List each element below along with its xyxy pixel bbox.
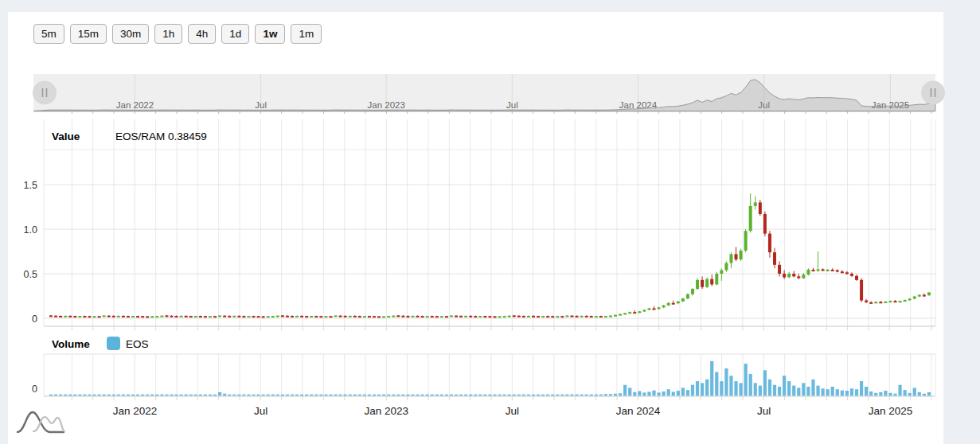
axis-label: Jul (757, 405, 771, 417)
candle-body (642, 310, 646, 311)
interval-button-4h[interactable]: 4h (188, 24, 216, 44)
candle-body (204, 316, 207, 317)
candle-body (276, 316, 279, 317)
candle-body (387, 316, 390, 317)
candle-body (576, 316, 579, 317)
candle-body (609, 316, 612, 317)
candle-body (888, 301, 892, 302)
candle-body (141, 316, 144, 317)
candle-body (585, 316, 588, 317)
volume-panel-title: Volume (52, 338, 90, 350)
candle-body (855, 276, 858, 280)
candle-body (696, 280, 699, 289)
interval-button-1h[interactable]: 1h (154, 24, 182, 44)
candle-body (681, 298, 685, 302)
candle-body (170, 316, 174, 317)
candle-body (705, 279, 709, 287)
candle-body (474, 316, 477, 317)
value-pane: 1.51.00.50 (24, 119, 935, 330)
navigator-handle-left[interactable] (33, 81, 57, 105)
interval-button-30m[interactable]: 30m (112, 24, 149, 44)
eos-legend-swatch (107, 337, 120, 350)
axis-label: 0 (32, 314, 37, 325)
candle-body (98, 316, 101, 317)
candle-body (869, 302, 873, 304)
axis-label: 0.5 (24, 269, 37, 280)
candle-body (213, 316, 217, 317)
candle-body (551, 316, 554, 317)
candle-body (638, 311, 641, 313)
candle-body (180, 316, 183, 317)
candle-body (122, 316, 125, 317)
candle-body (445, 316, 448, 317)
candle-body (836, 271, 839, 272)
candle-body (565, 315, 568, 317)
handle-circle[interactable] (33, 81, 57, 105)
candle-body (353, 316, 357, 317)
candle-body (455, 316, 458, 317)
candle-body (488, 316, 491, 317)
candle-body (787, 274, 791, 277)
candle-body (841, 271, 844, 273)
candle-body (344, 316, 347, 317)
interval-button-1m[interactable]: 1m (291, 24, 322, 44)
volume-plot-area[interactable] (44, 354, 935, 396)
interval-button-5m[interactable]: 5m (33, 24, 64, 44)
handle-circle[interactable] (921, 81, 945, 105)
candle-body (377, 316, 381, 317)
candle-body (894, 301, 897, 302)
candle-body (295, 316, 299, 317)
candle-body (314, 316, 318, 317)
candle-body (744, 231, 748, 251)
candle-body (604, 316, 607, 317)
value-plot-area[interactable] (44, 119, 935, 326)
interval-button-1w[interactable]: 1w (255, 24, 285, 44)
candle-body (262, 316, 265, 317)
candle-body (160, 316, 163, 317)
candle-body (252, 316, 256, 317)
candle-body (421, 316, 424, 317)
value-panel-title: Value (52, 130, 80, 142)
interval-button-15m[interactable]: 15m (70, 24, 107, 44)
interval-button-1d[interactable]: 1d (221, 24, 249, 44)
candle-body (88, 316, 91, 317)
candle-body (247, 316, 250, 317)
candle-body (503, 316, 506, 317)
candle-body (435, 316, 439, 317)
navigator-handle-right[interactable] (921, 81, 945, 105)
candle-body (478, 316, 482, 317)
volume-pane: 0Jan 2022JulJan 2023JulJan 2024JulJan 20… (32, 354, 935, 417)
candle-body (691, 289, 694, 294)
candle-body (416, 316, 420, 317)
candle-body (363, 316, 366, 317)
candle-body (155, 316, 158, 317)
candle-body (749, 206, 752, 231)
candle-body (647, 308, 650, 310)
candle-body (715, 274, 718, 284)
candle-body (560, 316, 564, 317)
candle-body (667, 303, 670, 306)
candle-body (686, 294, 689, 298)
candle-body (623, 314, 627, 315)
axis-label: Jul (506, 100, 518, 110)
axis-label: 1.5 (24, 180, 37, 191)
candle-body (257, 316, 260, 317)
candle-body (107, 316, 111, 317)
axis-label: Jan 2025 (869, 405, 913, 417)
candle-body (904, 300, 907, 302)
candle-body (406, 316, 409, 317)
axis-label: Jan 2022 (113, 405, 158, 417)
candle-body (228, 316, 231, 317)
candle-body (879, 302, 882, 303)
candle-body (595, 316, 598, 317)
candle-body (773, 252, 776, 265)
candle-body (431, 316, 434, 317)
candle-body (267, 316, 270, 317)
candle-body (546, 316, 549, 317)
chart-logo-icon (16, 407, 67, 437)
candle-body (136, 316, 139, 317)
axis-label: Jan 2023 (368, 100, 405, 110)
candle-body (300, 316, 303, 317)
candle-body (724, 263, 728, 271)
candle-body (735, 254, 738, 259)
